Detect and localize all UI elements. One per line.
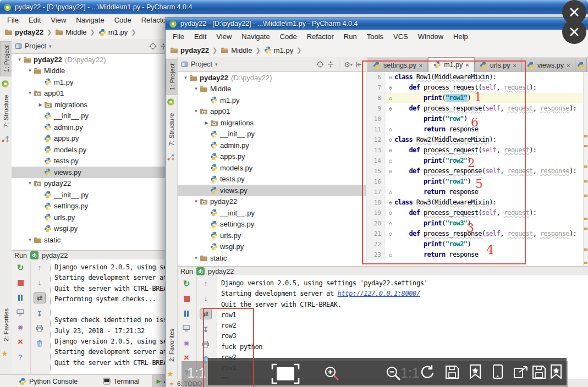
- tablet-button[interactable]: [491, 364, 504, 379]
- menu-refactor[interactable]: Refactor: [302, 31, 339, 42]
- menu-view[interactable]: View: [211, 31, 237, 42]
- code-line-15[interactable]: 15⊖ def process_response(self, request, …: [367, 166, 588, 176]
- tree-item-__init__.py[interactable]: __init__.py: [178, 129, 366, 140]
- tab-views.py[interactable]: views.py×: [522, 58, 575, 72]
- menu-vcs[interactable]: VCS: [388, 31, 413, 42]
- bookmark-star-button[interactable]: [549, 364, 563, 379]
- save-button[interactable]: [444, 364, 460, 380]
- tree-item-migrations[interactable]: ▶migrations: [178, 117, 366, 129]
- menu-navigate[interactable]: Navigate: [71, 15, 109, 25]
- tab-close-icon[interactable]: ×: [465, 62, 469, 68]
- close-button[interactable]: ×: [15, 337, 26, 347]
- gear-button[interactable]: ⚙▾: [344, 60, 353, 69]
- expanded-arrow-icon[interactable]: ▼: [193, 86, 200, 91]
- code-line-13[interactable]: 13⊖ def process_request(self, request):: [367, 145, 588, 156]
- share-button[interactable]: [513, 364, 529, 380]
- breadcrumb-pyday22[interactable]: pyday22: [170, 46, 209, 54]
- back-titlebar[interactable]: pyday22 - [D:\pyday22] - ...\Middle\m1.p…: [0, 0, 588, 14]
- save-button[interactable]: [531, 364, 547, 380]
- tree-item-Middle[interactable]: ▼Middle: [178, 84, 366, 95]
- error-stripe[interactable]: [583, 72, 588, 266]
- menu-navigate[interactable]: Navigate: [237, 31, 274, 42]
- stop-button[interactable]: [15, 278, 26, 288]
- breadcrumb-Middle[interactable]: Middle: [55, 28, 86, 36]
- expanded-arrow-icon[interactable]: ▼: [193, 256, 200, 261]
- tree-item-wsgi.py[interactable]: wsgi.py: [178, 241, 366, 253]
- fold-end-icon[interactable]: ⌂: [386, 250, 394, 260]
- hide-pane-button[interactable]: [355, 61, 362, 68]
- toolwindow-tab-project[interactable]: 1: Project: [0, 41, 13, 76]
- tree-item-pyday22[interactable]: ▼pyday22(D:\pyday22): [178, 72, 366, 84]
- fold-start-icon[interactable]: ⊖: [386, 208, 394, 218]
- menu-view[interactable]: View: [46, 15, 71, 25]
- fold-start-icon[interactable]: ⊖: [386, 82, 394, 93]
- zoom-in-button[interactable]: [323, 365, 340, 382]
- print-button[interactable]: [200, 339, 211, 349]
- code-line-9[interactable]: 9⊖ def process_response(self, request, r…: [367, 103, 588, 114]
- breadcrumb-Middle[interactable]: Middle: [221, 46, 252, 54]
- print-button[interactable]: [34, 323, 45, 333]
- pin-button[interactable]: ◉: [15, 322, 26, 332]
- fold-start-icon[interactable]: ⊖: [386, 145, 394, 156]
- toolwindow-tab-structure[interactable]: 7: Structure: [166, 109, 177, 150]
- expanded-arrow-icon[interactable]: ▼: [193, 109, 200, 114]
- code-line-20[interactable]: 20⌂ print("row3"): [367, 218, 588, 229]
- toolwindow-tab-structure[interactable]: 7: Structure: [0, 91, 12, 131]
- warning-stripe-mark[interactable]: [584, 145, 587, 147]
- tablet-button[interactable]: [567, 364, 580, 379]
- rotate-button[interactable]: [419, 364, 436, 381]
- menu-code[interactable]: Code: [109, 15, 136, 25]
- terminal-button[interactable]: Terminal: [98, 375, 144, 387]
- pause-button[interactable]: [181, 308, 192, 318]
- collapse-all-button[interactable]: [327, 60, 334, 68]
- expanded-arrow-icon[interactable]: ▼: [26, 181, 34, 186]
- annotation-close-button-2[interactable]: [562, 20, 586, 44]
- project-pane-title[interactable]: Project: [191, 60, 212, 68]
- tab-close-icon[interactable]: ×: [567, 62, 570, 69]
- tab-close-icon[interactable]: ×: [419, 62, 422, 69]
- menu-code[interactable]: Code: [275, 31, 302, 42]
- help-button[interactable]: ?: [15, 352, 26, 362]
- locate-target-button[interactable]: [149, 42, 157, 50]
- warning-stripe-mark[interactable]: [584, 218, 587, 220]
- locate-target-button[interactable]: [316, 60, 324, 68]
- tab-settings.py[interactable]: settings.py×: [368, 58, 428, 72]
- tree-item-settings.py[interactable]: settings.py: [178, 219, 366, 230]
- scrollend-button[interactable]: ↧: [200, 324, 211, 334]
- fold-start-icon[interactable]: ⊖: [386, 197, 394, 208]
- pause-button[interactable]: [15, 292, 26, 302]
- softwrap-button[interactable]: ⇄: [34, 292, 46, 303]
- tree-item-tests.py[interactable]: tests.py: [178, 174, 366, 185]
- warning-stripe-mark[interactable]: [584, 228, 587, 230]
- monitor-button[interactable]: [181, 323, 192, 333]
- code-line-22[interactable]: 22 print("row2"): [367, 239, 588, 250]
- fold-start-icon[interactable]: ⊖: [386, 166, 394, 176]
- tree-item-static[interactable]: ▼static: [178, 252, 366, 264]
- warning-stripe-mark[interactable]: [584, 135, 587, 137]
- tree-item-__init__.py[interactable]: __init__.py: [178, 207, 366, 219]
- tree-item-views.py[interactable]: views.py: [178, 185, 366, 196]
- tree-item-urls.py[interactable]: urls.py: [178, 230, 366, 241]
- code-line-14[interactable]: 14⌂ print("row2"): [367, 156, 588, 166]
- monitor-button[interactable]: [15, 307, 26, 317]
- warning-stripe-mark[interactable]: [584, 180, 587, 183]
- softwrap-button[interactable]: ⇄: [200, 308, 212, 319]
- tab-urls.py[interactable]: urls.py×: [475, 58, 522, 72]
- fit-button[interactable]: [271, 363, 300, 385]
- front-titlebar[interactable]: pyday22 - [D:\pyday22] - ...\Middle\m1.p…: [166, 18, 588, 30]
- trash-button[interactable]: [34, 338, 45, 348]
- down-button[interactable]: ↓: [200, 294, 211, 303]
- warning-stripe-mark[interactable]: [584, 195, 587, 197]
- rerun-button[interactable]: ↻: [15, 263, 26, 273]
- rerun-button[interactable]: ↻: [181, 279, 192, 289]
- menu-run[interactable]: Run: [339, 31, 362, 42]
- fold-start-icon[interactable]: ⊖: [386, 72, 394, 82]
- scrollend-button[interactable]: ↧: [34, 308, 45, 318]
- fold-start-icon[interactable]: ⊖: [386, 229, 394, 239]
- tree-item-apps.py[interactable]: apps.py: [178, 151, 366, 163]
- project-pane-title[interactable]: Project: [25, 42, 46, 50]
- tree-item-pyday22[interactable]: ▼pyday22: [178, 196, 366, 208]
- tab-m1.py[interactable]: m1.py×: [428, 57, 474, 72]
- menu-edit[interactable]: Edit: [189, 31, 211, 42]
- python-console-button[interactable]: Python Console: [14, 375, 82, 387]
